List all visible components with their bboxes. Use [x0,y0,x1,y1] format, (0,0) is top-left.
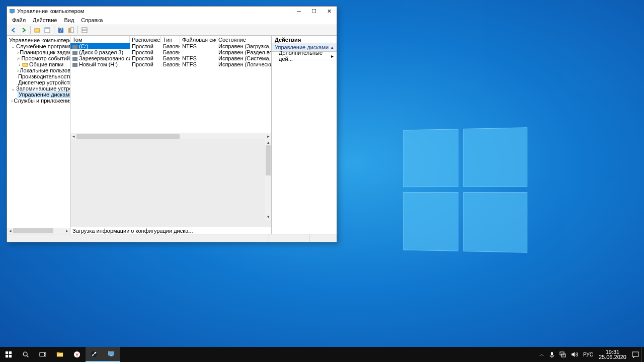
svg-rect-4 [45,28,50,29]
tree-item-diskmgmt[interactable]: Управление дисками [8,92,70,98]
svg-rect-2 [35,29,40,32]
tree-group-storage[interactable]: ⌄Запоминающие устройст [8,85,70,92]
toolbar: ? [7,25,337,36]
taskbar-compmgmt[interactable] [103,347,120,362]
tray-mic-icon[interactable] [547,347,557,362]
actions-pane: Действия Управление дисками▴ Дополнитель… [272,36,337,234]
start-button[interactable] [0,347,17,362]
scroll-up-icon[interactable]: ▴ [265,139,271,145]
scroll-left-icon[interactable]: ◂ [7,228,13,234]
taskbar-explorer[interactable] [51,347,68,362]
tree-root[interactable]: Управление компьютером (л [8,37,70,43]
svg-rect-32 [45,353,46,354]
svg-rect-31 [40,353,44,356]
scroll-left-icon[interactable]: ◂ [70,133,76,139]
col-type[interactable]: Тип [161,36,180,43]
svg-rect-35 [57,352,59,354]
col-fs[interactable]: Файловая система [180,36,216,43]
actions-header: Действия [272,36,337,43]
toolbar-btn-3[interactable]: ? [56,26,65,35]
svg-rect-8 [71,28,73,33]
show-desktop-button[interactable] [641,347,644,362]
app-icon [9,8,15,14]
table-row[interactable]: Зарезервировано системой Простой Базовый… [70,55,271,61]
menu-file[interactable]: Файл [9,17,29,24]
close-button[interactable]: ✕ [321,7,337,16]
scroll-thumb[interactable] [76,134,180,139]
tree-item[interactable]: Производительность [8,73,70,79]
svg-rect-42 [109,352,114,355]
loading-status: Загрузка информации о конфигурации диска… [70,227,271,234]
svg-rect-16 [23,63,28,66]
collapse-icon: ▴ [331,45,334,50]
window-title: Управление компьютером [17,8,291,14]
disk-icon [72,51,77,55]
scroll-thumb[interactable] [266,145,271,175]
menu-view[interactable]: Вид [61,17,77,24]
tree-group-utilities[interactable]: ⌄Служебные программы [8,43,70,49]
disk-icon [72,45,77,49]
back-button[interactable] [9,26,18,35]
taskview-button[interactable] [34,347,51,362]
scroll-right-icon[interactable]: ▸ [265,133,271,139]
taskbar: Y ︿ РУС 19:31 25.06.2020 [0,347,644,362]
tray-language[interactable]: РУС [581,347,596,362]
toolbar-btn-5[interactable] [80,26,89,35]
menu-help[interactable]: Справка [78,17,106,24]
forward-button[interactable] [19,26,28,35]
system-tray: ︿ РУС 19:31 25.06.2020 [537,347,644,362]
tree-item[interactable]: Диспетчер устройств [8,79,70,85]
tree-item[interactable]: ›Локальные пользоват [8,67,70,73]
scroll-right-icon[interactable]: ▸ [64,228,70,234]
toolbar-btn-2[interactable] [43,26,52,35]
svg-rect-27 [6,355,8,357]
search-button[interactable] [17,347,34,362]
tray-volume-icon[interactable] [569,347,581,362]
titlebar[interactable]: Управление компьютером ─ ☐ ✕ [7,7,337,16]
table-row[interactable]: (C:) Простой Базовый NTFS Исправен (Загр… [70,43,271,49]
col-layout[interactable]: Расположение [130,36,161,43]
scroll-down-icon[interactable]: ▾ [265,214,271,220]
tree-hscrollbar[interactable]: ◂ ▸ [7,228,70,234]
svg-rect-43 [110,355,112,356]
minimize-button[interactable]: ─ [291,7,306,16]
tree-group-services[interactable]: ›Службы и приложения [8,98,70,104]
table-row[interactable]: Новый том (H:) Простой Базовый NTFS Испр… [70,61,271,67]
col-volume[interactable]: Том [70,36,130,43]
svg-text:Y: Y [75,352,79,357]
tree-item[interactable]: ›Общие папки [8,61,70,67]
tree-pane: Управление компьютером (л ⌄Служебные про… [7,36,70,234]
volumes-pane: Том Расположение Тип Файловая система Со… [70,36,272,234]
taskbar-steam[interactable] [86,347,103,362]
col-status[interactable]: Состояние [216,36,271,43]
maximize-button[interactable]: ☐ [306,7,321,16]
table-row[interactable]: (Диск 0 раздел 3) Простой Базовый Исправ… [70,49,271,55]
scroll-thumb[interactable] [13,228,53,233]
disk-graphical-pane: ▴ ▾ [70,139,271,227]
computer-management-window: Управление компьютером ─ ☐ ✕ Файл Действ… [7,6,337,242]
tray-clock[interactable]: 19:31 25.06.2020 [596,349,629,359]
actions-more[interactable]: Дополнительные дей...▸ [272,52,337,60]
svg-rect-7 [68,28,70,33]
taskbar-yandex[interactable]: Y [68,347,86,362]
graphical-vscrollbar[interactable]: ▴ ▾ [265,139,271,220]
tree-item[interactable]: ›Просмотр событий [8,55,70,61]
tray-chevron-up-icon[interactable]: ︿ [537,347,547,362]
svg-line-30 [27,355,28,357]
svg-rect-0 [10,9,15,13]
toolbar-btn-1[interactable] [33,26,42,35]
svg-text:?: ? [59,27,62,33]
svg-rect-47 [632,352,638,356]
menubar: Файл Действие Вид Справка [7,16,337,25]
tree-item[interactable]: ›Планировщик заданий [8,49,70,55]
tray-notifications-icon[interactable] [629,347,641,362]
menu-action[interactable]: Действие [30,17,60,24]
eventlog-icon [19,55,20,61]
volume-list: (C:) Простой Базовый NTFS Исправен (Загр… [70,43,271,133]
list-hscrollbar[interactable]: ◂ ▸ [70,133,271,139]
tray-network-icon[interactable] [557,347,569,362]
svg-rect-1 [11,13,14,14]
desktop-windows-logo [403,127,527,252]
svg-rect-44 [551,352,553,355]
toolbar-btn-4[interactable] [66,26,75,35]
